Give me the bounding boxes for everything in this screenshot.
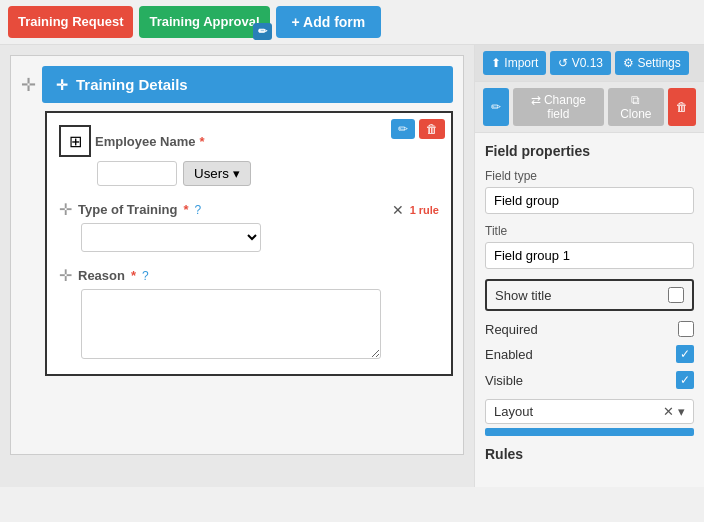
reason-field: ✛ Reason * ? [59, 266, 439, 362]
title-label: Title [485, 224, 694, 238]
canvas-area: ✛ ✛ Training Details ✏ 🗑 ⊞ Employee Na [0, 45, 474, 487]
tab-training-approval[interactable]: Training Approval ✏ [139, 6, 269, 38]
required-row: Required [485, 321, 694, 337]
layout-row: Layout ✕ ▾ [485, 399, 694, 424]
title-group: Title [485, 224, 694, 269]
panel-edit-button[interactable]: ✏ [483, 88, 509, 126]
panel-toolbar: ✏ ⇄ Change field ⧉ Clone 🗑 [475, 82, 704, 133]
reason-help-icon[interactable]: ? [142, 269, 149, 283]
change-field-button[interactable]: ⇄ Change field [513, 88, 604, 126]
section-move-icon: ✛ [56, 77, 68, 93]
section-title: Training Details [76, 76, 188, 93]
reason-label: Reason [78, 268, 125, 283]
edit-badge-icon: ✏ [253, 23, 272, 40]
enabled-row: Enabled ✓ [485, 345, 694, 363]
enabled-checkbox-checked[interactable]: ✓ [676, 345, 694, 363]
field-type-group: Field type [485, 169, 694, 214]
field-delete-button[interactable]: 🗑 [419, 119, 445, 139]
visible-label: Visible [485, 373, 668, 388]
version-button[interactable]: ↺ V0.13 [550, 51, 611, 75]
required-label: Required [485, 322, 670, 337]
settings-button[interactable]: ⚙ Settings [615, 51, 689, 75]
show-title-checkbox[interactable] [668, 287, 684, 303]
add-form-button[interactable]: + Add form [276, 6, 382, 38]
type-rule-badge: 1 rule [410, 204, 439, 216]
type-of-training-field: ✛ Type of Training * ? ✕ 1 rule [59, 200, 439, 252]
right-panel: ⬆ Import ↺ V0.13 ⚙ Settings ✏ ⇄ Change f… [474, 45, 704, 487]
rules-title: Rules [485, 446, 694, 462]
users-dropdown-button[interactable]: Users ▾ [183, 161, 251, 186]
type-select[interactable] [81, 223, 261, 252]
type-label: Type of Training [78, 202, 177, 217]
employee-name-label: Employee Name [95, 134, 195, 149]
type-clear-icon[interactable]: ✕ [392, 202, 404, 218]
layout-label: Layout [494, 404, 659, 419]
panel-body: Field properties Field type Title Show t… [475, 133, 704, 487]
field-type-label: Field type [485, 169, 694, 183]
layout-arrow-icon[interactable]: ▾ [678, 404, 685, 419]
show-title-label: Show title [495, 288, 660, 303]
field-group-actions: ✏ 🗑 [391, 119, 445, 139]
reason-textarea[interactable] [81, 289, 381, 359]
canvas-move-handle[interactable]: ✛ [21, 74, 36, 96]
reason-move-handle[interactable]: ✛ [59, 266, 72, 285]
employee-required-star: * [199, 134, 204, 149]
field-edit-button[interactable]: ✏ [391, 119, 415, 139]
type-required-star: * [183, 202, 188, 217]
employee-avatar: ⊞ [59, 125, 91, 157]
tab-training-request-label: Training Request [18, 14, 123, 30]
title-input[interactable] [485, 242, 694, 269]
enabled-label: Enabled [485, 347, 668, 362]
reason-required-star: * [131, 268, 136, 283]
visible-row: Visible ✓ [485, 371, 694, 389]
panel-delete-button[interactable]: 🗑 [668, 88, 696, 126]
show-title-row: Show title [485, 279, 694, 311]
panel-title: Field properties [485, 143, 694, 159]
employee-name-input[interactable] [97, 161, 177, 186]
users-chevron-icon: ▾ [233, 166, 240, 181]
section-header: ✛ Training Details [42, 66, 453, 103]
top-action-bar: ⬆ Import ↺ V0.13 ⚙ Settings [475, 45, 704, 82]
tab-training-request[interactable]: Training Request [8, 6, 133, 38]
type-help-icon[interactable]: ? [195, 203, 202, 217]
visible-checkbox-checked[interactable]: ✓ [676, 371, 694, 389]
required-checkbox[interactable] [678, 321, 694, 337]
employee-name-field: ⊞ Employee Name * Users ▾ [59, 125, 439, 186]
form-canvas: ✛ ✛ Training Details ✏ 🗑 ⊞ Employee Na [10, 55, 464, 455]
tab-training-approval-label: Training Approval [149, 14, 259, 30]
import-button[interactable]: ⬆ Import [483, 51, 546, 75]
type-move-handle[interactable]: ✛ [59, 200, 72, 219]
layout-progress-bar [485, 428, 694, 436]
layout-clear-icon[interactable]: ✕ [663, 404, 674, 419]
clone-button[interactable]: ⧉ Clone [608, 88, 664, 126]
field-group-box: ✏ 🗑 ⊞ Employee Name * Users ▾ [45, 111, 453, 376]
users-label: Users [194, 166, 229, 181]
field-type-input[interactable] [485, 187, 694, 214]
